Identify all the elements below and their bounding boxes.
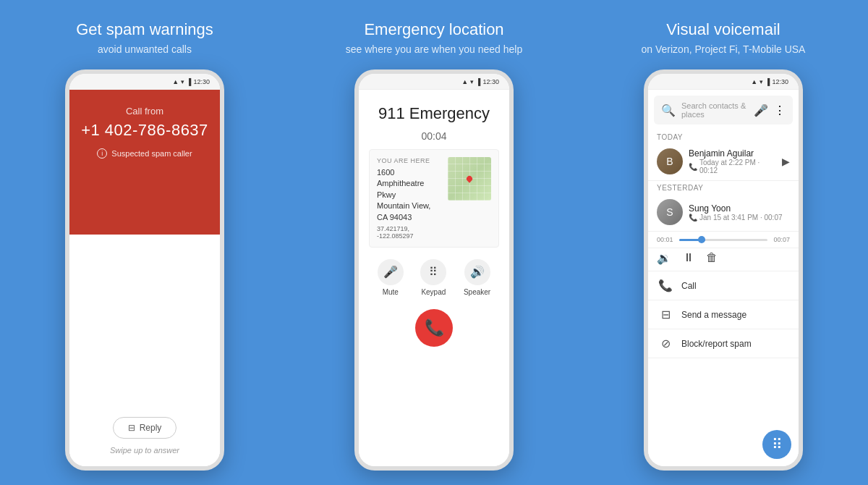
contact-name-benjamin: Benjamin Aguilar: [689, 148, 776, 159]
emergency-screen: 911 Emergency 00:04 YOU ARE HERE 1600 Am…: [359, 90, 509, 466]
yesterday-label: YESTERDAY: [648, 181, 799, 193]
end-call-icon: 📞: [425, 319, 444, 337]
block-icon: ⊘: [658, 337, 673, 350]
wifi-icon-3: ▾: [760, 78, 763, 85]
fab-dialpad-button[interactable]: ⠿: [762, 430, 791, 459]
voicemail-icon-1: 📞: [689, 163, 697, 171]
pause-icon[interactable]: ⏸: [683, 251, 694, 265]
contact-info-sung: Sung Yoon 📞 Jan 15 at 3:41 PM · 00:07: [689, 203, 790, 222]
block-action[interactable]: ⊘ Block/report spam: [648, 329, 799, 358]
call-controls: 🎤 Mute ⠿ Keypad 🔊 Speaker: [369, 259, 499, 296]
play-icon-benjamin[interactable]: ▶: [782, 156, 790, 167]
spam-screen: Call from +1 402-786-8637 i Suspected sp…: [69, 90, 220, 466]
contact-time-benjamin: Today at 2:22 PM · 00:12: [699, 159, 776, 174]
block-action-label: Block/report spam: [681, 339, 752, 349]
progress-handle[interactable]: [698, 236, 705, 243]
emergency-title: Emergency location: [364, 20, 503, 39]
battery-icon-2: ▐: [476, 78, 480, 85]
contact-sung[interactable]: S Sung Yoon 📞 Jan 15 at 3:41 PM · 00:07: [648, 193, 799, 232]
signal-icon-2: ▲: [461, 78, 468, 85]
call-action-label: Call: [681, 281, 697, 291]
location-text: YOU ARE HERE 1600 Amphitheatre Pkwy Moun…: [377, 157, 442, 240]
battery-icon: ▐: [187, 78, 191, 85]
voicemail-panel: Visual voicemail on Verizon, Project Fi,…: [579, 0, 868, 485]
more-icon[interactable]: ⋮: [774, 104, 786, 117]
progress-bar[interactable]: [679, 239, 768, 241]
spam-subtitle: avoid unwanted calls: [98, 43, 192, 55]
call-from-label: Call from: [126, 106, 163, 117]
contact-name-sung: Sung Yoon: [689, 203, 790, 214]
search-bar[interactable]: 🔍 Search contacts & places 🎤 ⋮: [654, 96, 793, 125]
wifi-icon-2: ▾: [470, 78, 474, 85]
contact-meta-benjamin: 📞 Today at 2:22 PM · 00:12: [689, 159, 776, 174]
phone-notch: ▲ ▾ ▐ 12:30: [69, 74, 220, 90]
caller-name: 911 Emergency: [378, 104, 490, 123]
call-icon: 📞: [658, 279, 673, 292]
reply-label: Reply: [140, 423, 162, 433]
contact-meta-sung: 📞 Jan 15 at 3:41 PM · 00:07: [689, 214, 790, 222]
player-controls: 🔉 ⏸ 🗑: [648, 248, 799, 271]
voicemail-icon-2: 📞: [689, 214, 697, 222]
location-label: YOU ARE HERE: [377, 157, 442, 164]
info-icon: i: [97, 148, 107, 159]
call-action[interactable]: 📞 Call: [648, 271, 799, 300]
swipe-hint: Swipe up to answer: [110, 446, 179, 455]
search-icon: 🔍: [661, 104, 676, 117]
audio-player: 00:01 00:07: [648, 232, 799, 248]
voicemail-subtitle: on Verizon, Project Fi, T-Mobile USA: [642, 43, 806, 55]
spam-panel: Get spam warnings avoid unwanted calls ▲…: [0, 0, 289, 485]
spam-white-area: ⊟ Reply Swipe up to answer: [69, 235, 220, 466]
mute-label: Mute: [383, 288, 399, 296]
phone-notch-2: ▲ ▾ ▐ 12:30: [359, 74, 509, 90]
spam-phone: ▲ ▾ ▐ 12:30 Call from +1 402-786-8637 i …: [65, 69, 224, 471]
speaker-label: Speaker: [464, 288, 490, 296]
message-icon: ⊟: [658, 308, 673, 321]
mute-button[interactable]: 🎤 Mute: [378, 259, 404, 296]
status-icons-2: ▲ ▾ ▐ 12:30: [461, 78, 499, 85]
spam-label: Suspected spam caller: [111, 149, 192, 158]
phone-notch-3: ▲ ▾ ▐ 12:30: [648, 74, 799, 90]
volume-icon[interactable]: 🔉: [657, 251, 671, 265]
end-call-button[interactable]: 📞: [415, 309, 453, 347]
dialpad-icon: ⠿: [772, 436, 783, 453]
emergency-panel: Emergency location see where you are whe…: [289, 0, 579, 485]
speaker-button[interactable]: 🔊 Speaker: [464, 259, 490, 296]
spam-red-area: Call from +1 402-786-8637 i Suspected sp…: [69, 90, 220, 235]
mute-icon: 🎤: [378, 259, 404, 285]
mic-icon[interactable]: 🎤: [754, 104, 768, 117]
voicemail-screen: 🔍 Search contacts & places 🎤 ⋮ TODAY B B…: [648, 90, 799, 466]
keypad-icon: ⠿: [420, 259, 446, 285]
today-label: TODAY: [648, 130, 799, 143]
status-icons: ▲ ▾ ▐ 12:30: [172, 78, 210, 85]
time-display-2: 12:30: [482, 78, 499, 85]
signal-icon: ▲: [172, 78, 179, 85]
search-placeholder: Search contacts & places: [681, 101, 748, 119]
reply-button[interactable]: ⊟ Reply: [113, 417, 177, 439]
progress-end: 00:07: [773, 236, 790, 243]
signal-icon-3: ▲: [751, 78, 757, 85]
voicemail-actions: 📞 Call ⊟ Send a message ⊘ Block/report s…: [648, 271, 799, 358]
contact-info-benjamin: Benjamin Aguilar 📞 Today at 2:22 PM · 00…: [689, 148, 776, 174]
keypad-button[interactable]: ⠿ Keypad: [420, 259, 446, 296]
keypad-label: Keypad: [421, 288, 446, 296]
status-icons-3: ▲ ▾ ▐ 12:30: [751, 78, 788, 85]
message-action[interactable]: ⊟ Send a message: [648, 300, 799, 329]
contact-benjamin[interactable]: B Benjamin Aguilar 📞 Today at 2:22 PM · …: [648, 143, 799, 181]
avatar-sung: S: [657, 199, 683, 225]
call-timer: 00:04: [421, 130, 446, 142]
delete-icon[interactable]: 🗑: [706, 251, 718, 265]
time-display: 12:30: [193, 78, 210, 85]
spam-title: Get spam warnings: [76, 20, 213, 39]
spam-number: +1 402-786-8637: [81, 121, 208, 140]
voicemail-phone: ▲ ▾ ▐ 12:30 🔍 Search contacts & places 🎤…: [644, 69, 803, 471]
spam-badge: i Suspected spam caller: [97, 148, 192, 159]
location-box: YOU ARE HERE 1600 Amphitheatre Pkwy Moun…: [369, 149, 499, 248]
avatar-benjamin: B: [657, 148, 683, 174]
message-action-label: Send a message: [681, 310, 746, 320]
coords: 37.421719, -122.085297: [377, 225, 442, 240]
map-thumbnail: [448, 157, 491, 201]
speaker-icon: 🔊: [464, 259, 490, 285]
reply-icon: ⊟: [128, 423, 135, 433]
progress-start: 00:01: [657, 236, 673, 243]
contact-time-sung: Jan 15 at 3:41 PM · 00:07: [699, 214, 783, 222]
